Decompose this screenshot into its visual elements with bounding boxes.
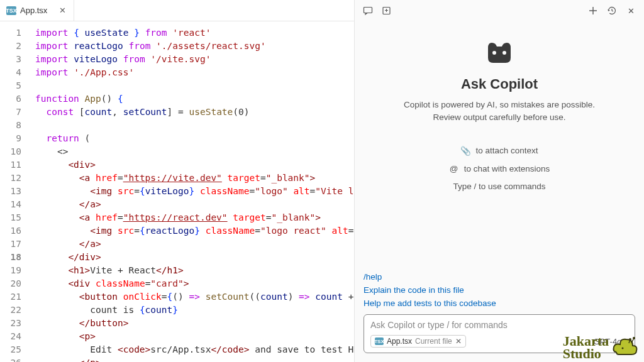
code-line[interactable] <box>35 79 354 92</box>
line-number: 12 <box>0 172 21 185</box>
code-line[interactable]: import reactLogo from './assets/react.sv… <box>35 40 354 53</box>
chip-remove-icon[interactable]: ✕ <box>455 337 462 346</box>
line-number: 21 <box>0 290 21 304</box>
chip-tag: Current file <box>415 337 452 346</box>
model-selector[interactable]: GPT-4o ▾ <box>594 337 628 346</box>
editor-pane: TSX App.tsx ✕ 12345678910111213141516171… <box>0 0 355 362</box>
copilot-toolbar: ✕ <box>355 0 644 21</box>
copilot-logo-icon <box>486 40 513 67</box>
history-icon[interactable] <box>605 4 619 18</box>
hint-text: to chat with extensions <box>464 164 550 173</box>
hint-row: Type / to use commands <box>449 182 550 191</box>
tsx-file-icon: TSX <box>6 6 16 15</box>
code-line[interactable]: <p> <box>35 330 354 343</box>
hint-text: Type / to use commands <box>453 182 545 191</box>
line-number: 15 <box>0 211 21 224</box>
tab-filename: App.tsx <box>20 6 47 15</box>
line-number: 26 <box>0 356 21 362</box>
copilot-panel: ✕ Ask Copilot Copilot is powered by AI, … <box>355 0 644 362</box>
line-number: 17 <box>0 238 21 251</box>
tab-bar: TSX App.tsx ✕ <box>0 0 354 21</box>
code-line[interactable]: import { useState } from 'react' <box>35 26 354 40</box>
file-tab[interactable]: TSX App.tsx ✕ <box>0 0 74 21</box>
code-line[interactable]: <> <box>35 145 354 158</box>
code-line[interactable]: <button onClick={() => setCount((count) … <box>35 290 354 304</box>
code-line[interactable]: <a href="https://react.dev" target="_bla… <box>35 211 354 224</box>
tsx-file-icon: TSX <box>375 337 384 345</box>
comment-icon[interactable] <box>361 4 375 18</box>
line-number: 3 <box>0 53 21 66</box>
chat-placeholder: Ask Copilot or type / for commands <box>370 320 628 330</box>
code-line[interactable]: </a> <box>35 198 354 211</box>
chat-input-box[interactable]: Ask Copilot or type / for commands TSX A… <box>364 314 635 353</box>
close-panel-icon[interactable]: ✕ <box>624 4 638 18</box>
code-line[interactable]: <div className="card"> <box>35 277 354 290</box>
code-line[interactable]: </a> <box>35 238 354 251</box>
hint-row: 📎to attach context <box>449 146 550 156</box>
code-line[interactable]: Edit <code>src/App.tsx</code> and save t… <box>35 343 354 356</box>
line-number: 16 <box>0 224 21 238</box>
code-line[interactable] <box>35 119 354 132</box>
code-line[interactable]: const [count, setCount] = useState(0) <box>35 106 354 119</box>
new-chat-icon[interactable] <box>380 4 394 18</box>
line-number: 25 <box>0 343 21 356</box>
code-line[interactable]: <a href="https://vite.dev" target="_blan… <box>35 172 354 185</box>
line-number: 4 <box>0 66 21 79</box>
code-line[interactable]: <div> <box>35 158 354 172</box>
code-line[interactable]: <img src={viteLogo} className="logo" alt… <box>35 185 354 198</box>
code-line[interactable]: <h1>Vite + React</h1> <box>35 264 354 277</box>
line-number: 13 <box>0 185 21 198</box>
hint-icon: @ <box>449 164 459 173</box>
suggestion-link[interactable]: Explain the code in this file <box>364 285 635 295</box>
close-tab-icon[interactable]: ✕ <box>57 6 67 16</box>
suggestion-link[interactable]: Help me add tests to this codebase <box>364 299 635 308</box>
line-number: 9 <box>0 132 21 145</box>
line-number: 6 <box>0 92 21 106</box>
line-number: 20 <box>0 277 21 290</box>
line-number: 23 <box>0 317 21 330</box>
code-line[interactable]: </p> <box>35 356 354 362</box>
line-number: 24 <box>0 330 21 343</box>
chip-filename: App.tsx <box>387 337 412 346</box>
line-number: 2 <box>0 40 21 53</box>
line-number: 19 <box>0 264 21 277</box>
code-line[interactable]: </button> <box>35 317 354 330</box>
copilot-subtitle: Copilot is powered by AI, so mistakes ar… <box>389 99 609 124</box>
code-line[interactable]: count is {count} <box>35 304 354 317</box>
line-number: 22 <box>0 304 21 317</box>
hint-text: to attach context <box>475 146 538 155</box>
code-line[interactable]: import './App.css' <box>35 66 354 79</box>
line-number: 8 <box>0 119 21 132</box>
code-editor[interactable]: 1234567891011121314151617181920212223242… <box>0 21 354 362</box>
code-line[interactable]: return ( <box>35 132 354 145</box>
copilot-title: Ask Copilot <box>461 76 538 92</box>
code-line[interactable]: <img src={reactLogo} className="logo rea… <box>35 224 354 238</box>
hint-icon: 📎 <box>460 146 470 156</box>
hint-row: @to chat with extensions <box>449 164 550 173</box>
code-line[interactable]: </div> <box>35 251 354 264</box>
line-number: 14 <box>0 198 21 211</box>
line-number: 18 <box>0 251 21 264</box>
suggestion-link[interactable]: /help <box>364 272 635 282</box>
context-chip[interactable]: TSX App.tsx Current file ✕ <box>370 335 466 348</box>
code-line[interactable]: function App() { <box>35 92 354 106</box>
plus-icon[interactable] <box>586 4 600 18</box>
code-line[interactable]: import viteLogo from '/vite.svg' <box>35 53 354 66</box>
line-number: 10 <box>0 145 21 158</box>
line-number: 5 <box>0 79 21 92</box>
line-number: 1 <box>0 26 21 40</box>
line-number: 7 <box>0 106 21 119</box>
line-number: 11 <box>0 158 21 172</box>
svg-rect-0 <box>364 8 372 13</box>
